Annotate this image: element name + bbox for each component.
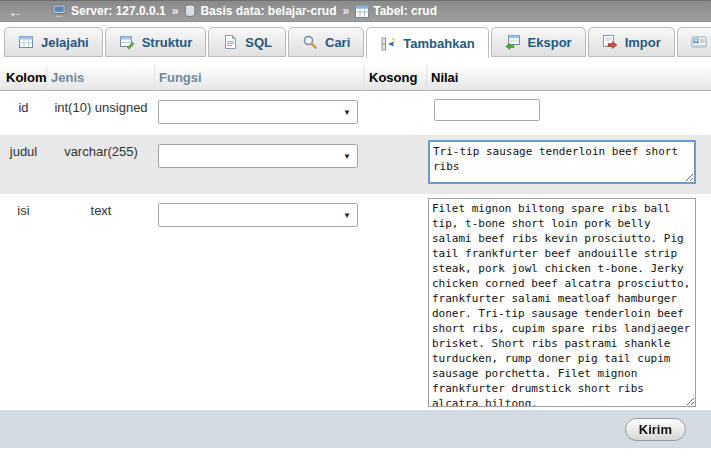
breadcrumb-database-label: Basis data: belajar-crud [200,4,336,18]
breadcrumb-separator: » [343,4,350,18]
null-cell [365,91,427,135]
header-jenis: Jenis [47,66,155,91]
function-select-wrap: ▼ [158,144,358,168]
table-row-id: id int(10) unsigned ▼ [0,91,711,135]
header-kosong: Kosong [365,66,427,91]
tab-label: Jelajahi [41,35,89,50]
browse-icon [18,34,34,50]
database-icon [184,4,196,18]
form-footer: Kirim [0,410,711,448]
privileges-icon [691,34,707,50]
breadcrumb: Server: 127.0.0.1 » Basis data: belajar-… [52,4,437,18]
tab-label: Struktur [142,35,193,50]
tab-label: Ekspor [528,35,572,50]
breadcrumb-table-label: Tabel: crud [373,4,437,18]
tab-sql[interactable]: SQL [208,27,286,57]
function-select-wrap: ▼ [158,203,358,227]
submit-button[interactable]: Kirim [625,418,686,441]
tab-impor[interactable]: Impor [588,27,675,57]
header-fungsi: Fungsi [155,66,365,91]
null-cell [365,194,427,410]
tab-label: Tambahkan [403,36,474,51]
breadcrumb-bar: ← Server: 127.0.0.1 » Basis data: belaja… [0,0,711,22]
header-kolom: Kolom [0,66,47,91]
breadcrumb-server-label: Server: 127.0.0.1 [71,4,166,18]
value-input-id[interactable] [434,99,540,121]
value-textarea-judul[interactable]: Tri-tip sausage tenderloin beef short ri… [428,140,696,184]
tab-cari[interactable]: Cari [288,27,364,57]
sql-icon [222,34,238,50]
table-icon [355,5,369,18]
back-arrow-icon[interactable]: ← [8,4,52,19]
table-header-row: Kolom Jenis Fungsi Kosong Nilai [0,66,711,91]
tab-struktur[interactable]: Struktur [105,27,207,57]
table-row-judul: judul varchar(255) ▼ Tri-tip sausage ten… [0,135,711,194]
tab-tambahkan[interactable]: Tambahkan [366,27,488,58]
column-name: judul [0,135,47,194]
search-icon [302,34,318,50]
tab-bar: Jelajahi Struktur SQL Cari Tambahkan Eks… [0,22,711,58]
column-type: varchar(255) [47,135,155,194]
export-icon [505,34,521,50]
server-icon [52,4,67,18]
structure-icon [119,34,135,50]
import-icon [602,34,618,50]
column-name: id [0,91,47,135]
tab-label: Impor [625,35,661,50]
tab-jelajahi[interactable]: Jelajahi [4,27,103,57]
breadcrumb-database[interactable]: Basis data: belajar-crud [184,4,336,18]
breadcrumb-separator: » [172,4,179,18]
tab-label: Cari [325,35,350,50]
tab-hak-akses[interactable]: Hak A [677,27,711,57]
function-select-isi[interactable] [158,203,358,227]
null-cell [365,135,427,194]
value-textarea-isi[interactable]: Filet mignon biltong spare ribs ball tip… [428,198,696,407]
column-name: isi [0,194,47,410]
table-row-isi: isi text ▼ Filet mignon biltong spare ri… [0,194,711,410]
tab-ekspor[interactable]: Ekspor [491,27,586,57]
breadcrumb-server[interactable]: Server: 127.0.0.1 [52,4,166,18]
insert-icon [380,36,396,52]
column-type: int(10) unsigned [47,91,155,135]
column-type: text [47,194,155,410]
tab-label: SQL [245,35,272,50]
function-select-id[interactable] [158,100,358,124]
breadcrumb-table[interactable]: Tabel: crud [355,4,437,18]
insert-form: Kolom Jenis Fungsi Kosong Nilai id int(1… [0,66,711,410]
function-select-wrap: ▼ [158,100,358,124]
header-nilai: Nilai [427,66,711,91]
function-select-judul[interactable] [158,144,358,168]
